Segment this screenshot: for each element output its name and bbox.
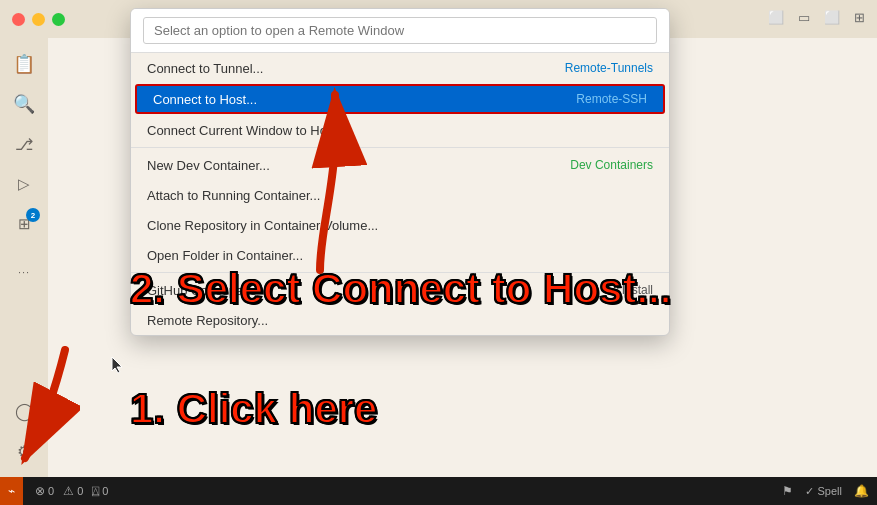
connect-host-badge: Remote-SSH <box>576 92 647 106</box>
warning-count: 0 <box>77 485 83 497</box>
menu-item-connect-host[interactable]: Connect to Host... Remote-SSH <box>135 84 665 114</box>
minimize-button[interactable] <box>32 13 45 26</box>
status-errors[interactable]: ⊗ 0 ⚠ 0 ⍍ 0 <box>35 484 108 498</box>
remote-repository-label: Remote Repository... <box>147 313 268 328</box>
customize-icon[interactable]: ⊞ <box>854 10 865 25</box>
divider-1 <box>131 147 669 148</box>
search-icon: 🔍 <box>13 93 35 115</box>
close-button[interactable] <box>12 13 25 26</box>
sidebar: 📋 🔍 ⎇ ▷ ⊞ 2 ··· ◯ ⚙ <box>0 38 48 477</box>
new-dev-container-badge: Dev Containers <box>570 158 653 172</box>
sidebar-icon-more[interactable]: ··· <box>6 254 42 290</box>
search-bar <box>131 9 669 53</box>
remote-window-search[interactable] <box>143 17 657 44</box>
spell-check-label[interactable]: ✓ Spell <box>805 485 842 498</box>
status-bar: ⌁ ⊗ 0 ⚠ 0 ⍍ 0 ⚑ ✓ Spell 🔔 <box>0 477 877 505</box>
error-count: 0 <box>48 485 54 497</box>
sidebar-icon-account[interactable]: ◯ <box>6 393 42 429</box>
connect-tunnel-label: Connect to Tunnel... <box>147 61 263 76</box>
attach-container-label: Attach to Running Container... <box>147 188 320 203</box>
sidebar-icon-source-control[interactable]: ⎇ <box>6 126 42 162</box>
connect-current-label: Connect Current Window to Host... <box>147 123 348 138</box>
connect-host-label: Connect to Host... <box>153 92 257 107</box>
menu-item-new-dev-container[interactable]: New Dev Container... Dev Containers <box>131 150 669 180</box>
split-layout-icon[interactable]: ⬜ <box>824 10 840 25</box>
warning-icon: ⚠ <box>63 484 74 498</box>
menu-item-attach-container[interactable]: Attach to Running Container... <box>131 180 669 210</box>
account-icon: ◯ <box>15 401 34 422</box>
sidebar-icon-search[interactable]: 🔍 <box>6 86 42 122</box>
title-icons: ⬜ ▭ ⬜ ⊞ <box>768 10 865 25</box>
run-icon: ▷ <box>18 175 30 193</box>
info-count: 0 <box>102 485 108 497</box>
menu-item-connect-tunnel[interactable]: Connect to Tunnel... Remote-Tunnels <box>131 53 669 83</box>
info-icon: ⍍ <box>92 484 99 498</box>
clone-repo-label: Clone Repository in Container Volume... <box>147 218 378 233</box>
sidebar-icon-settings[interactable]: ⚙ <box>6 433 42 469</box>
new-dev-container-label: New Dev Container... <box>147 158 270 173</box>
source-control-icon: ⎇ <box>15 135 33 154</box>
maximize-button[interactable] <box>52 13 65 26</box>
sidebar-icon-extensions[interactable]: ⊞ 2 <box>6 206 42 242</box>
annotation-step1: 1. Click here <box>130 385 377 433</box>
error-icon: ⊗ <box>35 484 45 498</box>
profile-icon[interactable]: ⚑ <box>782 484 793 498</box>
split-editor-icon[interactable]: ⬜ <box>768 10 784 25</box>
sidebar-bottom: ◯ ⚙ <box>6 393 42 469</box>
files-icon: 📋 <box>13 53 35 75</box>
more-icon: ··· <box>18 266 30 278</box>
remote-icon: ⌁ <box>8 484 15 498</box>
menu-item-connect-current[interactable]: Connect Current Window to Host... <box>131 115 669 145</box>
status-right: ⚑ ✓ Spell 🔔 <box>782 484 869 498</box>
open-folder-label: Open Folder in Container... <box>147 248 303 263</box>
menu-item-clone-repo[interactable]: Clone Repository in Container Volume... <box>131 210 669 240</box>
notification-icon[interactable]: 🔔 <box>854 484 869 498</box>
remote-status-button[interactable]: ⌁ <box>0 477 23 505</box>
traffic-lights <box>12 13 65 26</box>
sidebar-icon-run[interactable]: ▷ <box>6 166 42 202</box>
sidebar-icon-files[interactable]: 📋 <box>6 46 42 82</box>
settings-icon: ⚙ <box>17 442 31 461</box>
connect-tunnel-badge: Remote-Tunnels <box>565 61 653 75</box>
panel-icon[interactable]: ▭ <box>798 10 810 25</box>
extensions-badge: 2 <box>26 208 40 222</box>
annotation-step2: 2. Select Connect to Host... <box>130 265 671 313</box>
